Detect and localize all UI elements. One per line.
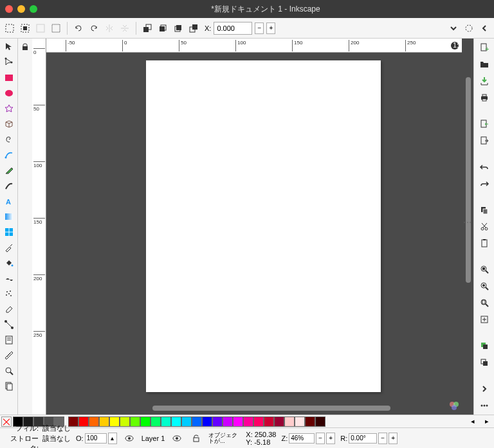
calligraphy-tool[interactable] bbox=[2, 179, 16, 193]
zoom-minus[interactable]: − bbox=[316, 433, 325, 444]
swatch[interactable] bbox=[274, 417, 284, 427]
layer-visibility-icon[interactable] bbox=[122, 431, 136, 445]
snap-icon[interactable] bbox=[462, 21, 476, 35]
mesh-tool[interactable] bbox=[2, 225, 16, 239]
x-minus[interactable]: − bbox=[255, 22, 264, 34]
swatch[interactable] bbox=[151, 417, 161, 427]
toggle-selection-icon[interactable] bbox=[49, 21, 63, 35]
flip-h-icon[interactable] bbox=[102, 21, 116, 35]
swatch[interactable] bbox=[130, 417, 140, 427]
swatch[interactable] bbox=[78, 417, 89, 427]
swatch[interactable] bbox=[181, 417, 192, 427]
swatch[interactable] bbox=[161, 417, 171, 427]
swatch[interactable] bbox=[212, 417, 223, 427]
spiral-tool[interactable] bbox=[2, 132, 16, 147]
text-tool[interactable]: A bbox=[2, 194, 16, 208]
3dbox-tool[interactable] bbox=[2, 117, 16, 131]
zoom-selection-icon[interactable] bbox=[477, 263, 491, 276]
layer-name[interactable]: Layer 1 bbox=[142, 435, 165, 442]
maximize-window[interactable] bbox=[30, 5, 37, 13]
rot-plus[interactable]: + bbox=[389, 433, 398, 444]
palette-left-icon[interactable]: ◂ bbox=[466, 415, 480, 429]
rotation-input[interactable] bbox=[349, 433, 377, 444]
swatch[interactable] bbox=[202, 417, 212, 427]
undo-icon[interactable] bbox=[477, 161, 491, 174]
more-icon[interactable] bbox=[477, 399, 491, 412]
swatch[interactable] bbox=[140, 417, 151, 427]
print-icon[interactable] bbox=[477, 91, 491, 104]
side-handle-icon[interactable]: ⋮ bbox=[463, 219, 472, 226]
ruler-horizontal[interactable]: -50050100150200250 1:1 bbox=[46, 39, 462, 53]
lock-icon[interactable] bbox=[18, 40, 32, 54]
scrollbar-horizontal[interactable] bbox=[152, 406, 390, 411]
swatch[interactable] bbox=[295, 417, 305, 427]
ellipse-tool[interactable] bbox=[2, 86, 16, 100]
duplicate-icon[interactable] bbox=[477, 339, 491, 352]
copy-icon[interactable] bbox=[477, 204, 491, 217]
deselect-icon[interactable] bbox=[33, 21, 48, 35]
tweak-tool[interactable] bbox=[2, 271, 16, 285]
paintbucket-tool[interactable] bbox=[2, 256, 16, 270]
measure-tool[interactable] bbox=[2, 348, 16, 363]
no-fill-swatch[interactable] bbox=[1, 417, 12, 427]
x-input[interactable] bbox=[214, 22, 252, 35]
swatch[interactable] bbox=[305, 417, 315, 427]
gradient-tool[interactable] bbox=[2, 210, 16, 224]
swatch[interactable] bbox=[233, 417, 243, 427]
rect-tool[interactable] bbox=[2, 71, 16, 85]
opacity-spin[interactable]: ▴ bbox=[108, 433, 117, 444]
bezier-tool[interactable] bbox=[2, 148, 16, 162]
zoom-plus[interactable]: + bbox=[326, 433, 335, 444]
zoom-center-icon[interactable] bbox=[477, 313, 491, 326]
swatch[interactable] bbox=[192, 417, 202, 427]
zoom-page-icon[interactable] bbox=[477, 296, 491, 309]
select-all-icon[interactable] bbox=[3, 21, 17, 35]
canvas[interactable] bbox=[46, 53, 462, 415]
swatch[interactable] bbox=[89, 417, 99, 427]
swatch[interactable] bbox=[171, 417, 181, 427]
save-icon[interactable] bbox=[477, 75, 491, 87]
color-display-icon[interactable] bbox=[449, 400, 459, 412]
layer-lock-icon[interactable] bbox=[189, 431, 203, 445]
pencil-tool[interactable] bbox=[2, 163, 16, 177]
export-icon[interactable] bbox=[477, 134, 491, 147]
swatch[interactable] bbox=[315, 417, 325, 427]
lpe-tool[interactable] bbox=[2, 333, 16, 347]
pages-tool[interactable] bbox=[2, 379, 16, 393]
opacity-input[interactable] bbox=[85, 433, 107, 444]
open-icon[interactable] bbox=[477, 58, 491, 71]
swatch[interactable] bbox=[99, 417, 109, 427]
eraser-tool[interactable] bbox=[2, 302, 16, 316]
lower-icon[interactable] bbox=[171, 21, 185, 35]
close-window[interactable] bbox=[5, 5, 13, 13]
redo-icon[interactable] bbox=[477, 177, 491, 190]
star-tool[interactable] bbox=[2, 102, 16, 116]
layer-visible-icon[interactable] bbox=[170, 431, 184, 445]
rotate-cw-icon[interactable] bbox=[87, 21, 101, 35]
swatch[interactable] bbox=[243, 417, 253, 427]
import-icon[interactable] bbox=[477, 118, 491, 130]
selector-tool[interactable] bbox=[2, 40, 16, 54]
swatch[interactable] bbox=[109, 417, 120, 427]
rotate-ccw-icon[interactable] bbox=[71, 21, 86, 35]
spray-tool[interactable] bbox=[2, 287, 16, 301]
lower-bottom-icon[interactable] bbox=[187, 21, 201, 35]
swatch[interactable] bbox=[264, 417, 274, 427]
expand-icon[interactable] bbox=[477, 382, 491, 395]
dropdown-icon[interactable] bbox=[446, 21, 461, 35]
minimize-window[interactable] bbox=[17, 5, 25, 13]
palette-menu-icon[interactable]: ▸ bbox=[480, 415, 494, 429]
swatch[interactable] bbox=[120, 417, 130, 427]
ruler-vertical[interactable]: 050100150200250 bbox=[32, 39, 46, 415]
raise-top-icon[interactable] bbox=[140, 21, 154, 35]
swatch[interactable] bbox=[223, 417, 233, 427]
new-doc-icon[interactable]: + bbox=[477, 41, 491, 54]
raise-icon[interactable] bbox=[156, 21, 170, 35]
zoom-tool[interactable] bbox=[2, 364, 16, 378]
rot-minus[interactable]: − bbox=[378, 433, 387, 444]
dropper-tool[interactable] bbox=[2, 240, 16, 255]
scrollbar-vertical[interactable] bbox=[466, 77, 471, 283]
paste-icon[interactable] bbox=[477, 237, 491, 249]
zoom-drawing-icon[interactable] bbox=[477, 280, 491, 292]
collapse-icon[interactable] bbox=[477, 21, 491, 35]
